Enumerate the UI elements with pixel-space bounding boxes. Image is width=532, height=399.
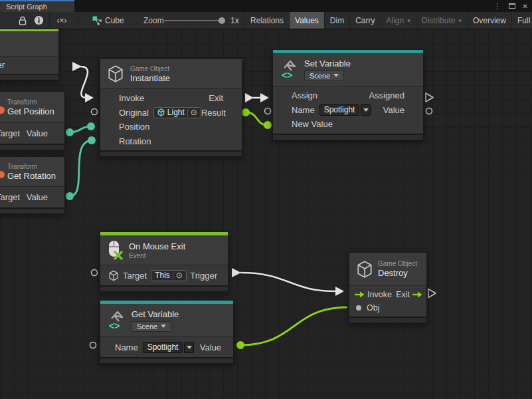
zoom-label: Zoom [143, 12, 164, 29]
node-title: Get Rotation [7, 171, 56, 181]
port-original-in[interactable] [92, 109, 98, 115]
relations-button[interactable]: Relations [244, 12, 290, 29]
node-instantiate[interactable]: Game Object Instantiate Invoke Exit Orig… [100, 59, 242, 157]
node-destroy[interactable]: Game Object Destroy Invoke Exit [349, 252, 427, 323]
variable-kind-dropdown[interactable]: Scene [132, 321, 171, 332]
object-field-value: Light [167, 108, 185, 117]
unity-visual-scripting-window: Script Graph ⋮ ✕ ‹×› Cube Zoom 1x R [0, 0, 532, 399]
port-destroy-invoke-in[interactable] [335, 287, 344, 296]
graph-canvas[interactable]: Trigger Transform Get Position Target Va… [0, 29, 532, 399]
align-button[interactable]: Align▾ [381, 12, 416, 29]
full-screen-button[interactable]: Full Screen [512, 12, 532, 29]
dropdown-arrow-icon [161, 325, 166, 328]
lock-icon[interactable] [16, 12, 29, 29]
port-assigned-out[interactable] [426, 93, 433, 102]
node-get-rotation[interactable]: Transform Get Rotation Target Value [0, 156, 65, 214]
kebab-menu-icon[interactable]: ⋮ [494, 2, 501, 11]
port-value-label: Value [200, 342, 221, 352]
node-on-mouse-exit[interactable]: On Mouse Exit Event Target This [100, 231, 228, 292]
variable-name-field[interactable]: Spotlight [319, 104, 360, 116]
info-icon[interactable] [32, 12, 45, 29]
tab-strip: Script Graph ⋮ ✕ [0, 0, 532, 12]
flow-arrow-icon [412, 291, 422, 298]
wire-getrotation-to-rotation[interactable] [70, 140, 92, 196]
variable-name-field[interactable]: Spotlight [143, 342, 183, 353]
node-title: Destroy [378, 268, 417, 278]
node-offscreen-event[interactable]: Trigger [0, 29, 59, 80]
object-field-light[interactable]: Light ⊙ [153, 107, 201, 118]
game-object-icon [356, 260, 373, 279]
port-position-in[interactable] [87, 122, 95, 130]
wire-result-to-newvalue[interactable] [246, 112, 268, 125]
port-position-label: Position [119, 122, 149, 132]
tab-script-graph[interactable]: Script Graph [0, 0, 74, 12]
node-get-variable[interactable]: <> Get Variable Scene Name Spotlight [100, 300, 234, 364]
chevron-down-icon: ▾ [458, 17, 462, 24]
distribute-button[interactable]: Distribute▾ [416, 12, 468, 29]
zoom-slider-handle[interactable] [219, 17, 225, 24]
wire-getposition-to-position[interactable] [70, 126, 91, 132]
port-value-out[interactable] [426, 108, 432, 114]
dropdown-arrow-icon [333, 74, 339, 77]
port-value-out[interactable] [236, 341, 244, 349]
node-footer [0, 74, 58, 80]
port-destroy-exit-out[interactable] [428, 289, 436, 298]
maximize-icon[interactable] [509, 3, 515, 9]
zoom-value: 1x [230, 12, 239, 29]
port-trigger-out[interactable] [232, 268, 241, 277]
dropdown-arrow-icon [187, 346, 192, 349]
port-result-label: Result [201, 108, 226, 118]
graph-icon [92, 12, 102, 29]
svg-text:<>: <> [109, 321, 120, 331]
port-obj-label: Obj [367, 303, 379, 313]
zoom-slider-track[interactable] [164, 20, 222, 21]
node-set-variable[interactable]: <> Set Variable Scene Assign Assigned [272, 49, 424, 140]
cube-icon [157, 108, 165, 116]
overview-button[interactable]: Overview [468, 12, 512, 29]
values-button[interactable]: Values [290, 12, 325, 29]
port-name-in[interactable] [265, 108, 271, 114]
zoom-slider[interactable] [164, 12, 222, 29]
wire-trigger-to-destroy[interactable] [240, 273, 337, 291]
node-category: Game Object [130, 65, 170, 72]
cube-icon [108, 270, 119, 281]
object-picker-icon[interactable]: ⊙ [191, 108, 197, 116]
graph-breadcrumb[interactable]: Cube [105, 12, 124, 29]
node-category: Transform [7, 163, 56, 170]
variable-name-dropdown[interactable] [361, 104, 371, 116]
port-assign-in[interactable] [260, 93, 269, 102]
port-target-label: Target [0, 192, 20, 202]
wire-value-to-obj[interactable] [240, 307, 347, 345]
object-field-this[interactable]: This ⊙ [151, 270, 187, 281]
variable-name-dropdown[interactable] [184, 342, 194, 353]
window-controls: ⋮ ✕ [494, 0, 528, 12]
dim-button[interactable]: Dim [325, 12, 350, 29]
port-target-in[interactable] [92, 270, 98, 276]
port-exit-label: Exit [209, 93, 223, 103]
code-icon[interactable]: ‹×› [52, 12, 72, 29]
port-trigger-out[interactable] [72, 62, 82, 71]
port-rotation-in[interactable] [88, 136, 96, 144]
variable-kind-dropdown[interactable]: Scene [304, 70, 344, 81]
close-icon[interactable]: ✕ [523, 3, 528, 10]
wire-event-to-instantiate[interactable] [80, 66, 88, 98]
node-footer [349, 317, 426, 323]
port-assigned-label: Assigned [369, 90, 404, 100]
port-invoke-in[interactable] [85, 93, 94, 102]
port-newvalue-label: New Value [292, 119, 333, 129]
port-exit-out[interactable] [245, 93, 254, 102]
port-assign-label: Assign [292, 90, 317, 100]
node-footer [100, 285, 228, 291]
port-target-label: Target [0, 128, 20, 138]
port-rotation-value-out[interactable] [66, 192, 74, 200]
port-position-value-out[interactable] [66, 128, 74, 136]
carry-button[interactable]: Carry [350, 12, 381, 29]
port-newvalue-in[interactable] [264, 121, 272, 129]
node-footer [0, 207, 64, 213]
object-picker-icon[interactable]: ⊙ [176, 271, 183, 279]
port-value-label: Value [383, 105, 404, 115]
port-dot-icon [356, 305, 361, 311]
port-name-in[interactable] [90, 342, 96, 348]
port-result-out[interactable] [242, 108, 250, 116]
node-get-position[interactable]: Transform Get Position Target Value [0, 91, 65, 150]
